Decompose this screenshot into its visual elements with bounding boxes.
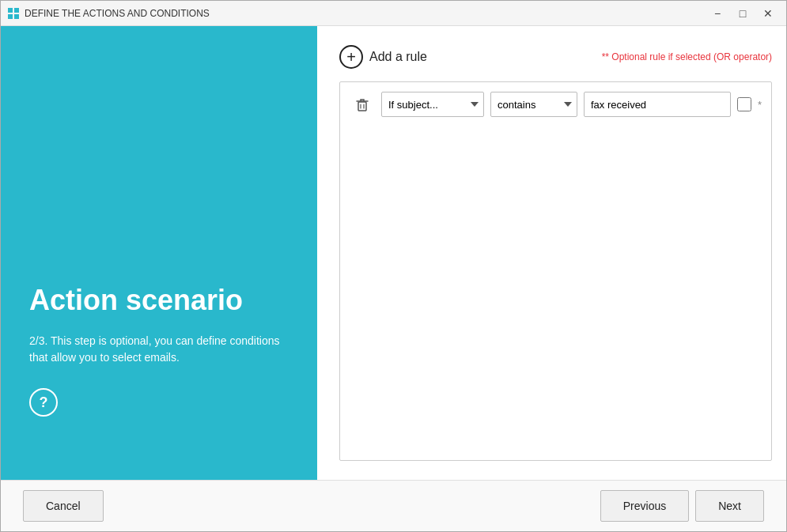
main-panel: + Add a rule ** Optional rule if selecte…	[317, 26, 786, 480]
rule-row: If subject... If from... If to... If bod…	[350, 92, 762, 117]
rule-asterisk: *	[758, 99, 762, 111]
add-rule-circle-icon: +	[339, 45, 363, 69]
footer: Cancel Previous Next	[1, 480, 786, 531]
window-title: DEFINE THE ACTIONS AND CONDITIONS	[25, 8, 210, 19]
optional-note: ** Optional rule if selected (OR operato…	[602, 51, 772, 62]
footer-left: Cancel	[23, 490, 104, 522]
maximize-button[interactable]: □	[731, 5, 755, 22]
trash-icon	[354, 96, 370, 112]
sidebar-title: Action scenario	[29, 283, 289, 317]
minimize-button[interactable]: −	[706, 5, 729, 22]
title-bar: DEFINE THE ACTIONS AND CONDITIONS − □ ✕	[1, 1, 786, 26]
help-button[interactable]: ?	[29, 388, 58, 417]
condition-select[interactable]: If subject... If from... If to... If bod…	[381, 92, 484, 117]
next-button[interactable]: Next	[695, 490, 764, 522]
optional-note-text: * Optional rule if selected (OR operator…	[605, 51, 772, 62]
close-button[interactable]: ✕	[756, 5, 780, 22]
main-window: DEFINE THE ACTIONS AND CONDITIONS − □ ✕ …	[0, 0, 787, 532]
add-rule-label: Add a rule	[369, 50, 427, 64]
svg-rect-1	[14, 8, 19, 13]
rules-area: If subject... If from... If to... If bod…	[339, 81, 772, 461]
title-bar-left: DEFINE THE ACTIONS AND CONDITIONS	[7, 7, 210, 20]
svg-rect-2	[8, 14, 13, 19]
content-area: Action scenario 2/3. This step is option…	[1, 26, 786, 480]
previous-button[interactable]: Previous	[600, 490, 689, 522]
cancel-button[interactable]: Cancel	[23, 490, 104, 522]
add-rule-row: + Add a rule ** Optional rule if selecte…	[339, 45, 772, 69]
svg-rect-3	[14, 14, 19, 19]
operator-select[interactable]: contains does not contain starts with en…	[490, 92, 577, 117]
add-rule-button[interactable]: + Add a rule	[339, 45, 427, 69]
svg-rect-0	[8, 8, 13, 13]
footer-right: Previous Next	[600, 490, 764, 522]
app-icon	[7, 7, 20, 20]
sidebar-description: 2/3. This step is optional, you can defi…	[29, 333, 289, 366]
title-bar-controls: − □ ✕	[706, 5, 780, 22]
svg-rect-4	[358, 102, 366, 111]
sidebar: Action scenario 2/3. This step is option…	[1, 26, 317, 480]
rule-value-input[interactable]	[584, 92, 731, 117]
rule-optional-checkbox[interactable]	[737, 97, 751, 111]
delete-rule-button[interactable]	[350, 92, 375, 117]
